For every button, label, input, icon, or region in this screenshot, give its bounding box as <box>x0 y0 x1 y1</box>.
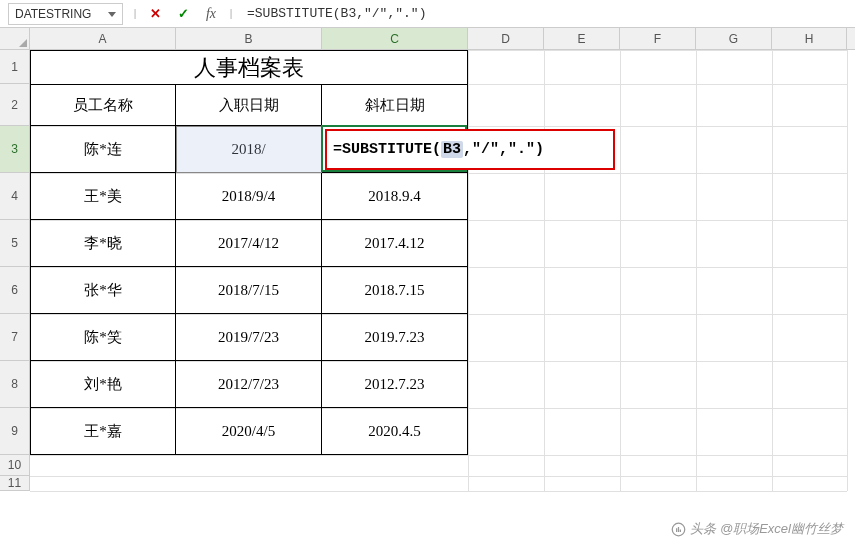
cell-name-5[interactable]: 刘*艳 <box>30 361 176 408</box>
cell-hire-5[interactable]: 2012/7/23 <box>176 361 322 408</box>
cell-name-6[interactable]: 王*嘉 <box>30 408 176 455</box>
col-header-H[interactable]: H <box>772 28 847 49</box>
cell-hire-0[interactable]: 2018/ <box>176 126 322 173</box>
row-header-2[interactable]: 2 <box>0 84 30 126</box>
fx-icon[interactable]: fx <box>199 3 223 25</box>
cell-name-3[interactable]: 张*华 <box>30 267 176 314</box>
cell-hire-4[interactable]: 2019/7/23 <box>176 314 322 361</box>
cell-name-1[interactable]: 王*美 <box>30 173 176 220</box>
cell-slash-4[interactable]: 2019.7.23 <box>322 314 468 361</box>
cell-name-0[interactable]: 陈*连 <box>30 126 176 173</box>
header-slash[interactable]: 斜杠日期 <box>322 84 468 126</box>
row-header-8[interactable]: 8 <box>0 361 30 408</box>
header-hire[interactable]: 入职日期 <box>176 84 322 126</box>
col-header-B[interactable]: B <box>176 28 322 49</box>
col-header-A[interactable]: A <box>30 28 176 49</box>
row-header-3[interactable]: 3 <box>0 126 30 173</box>
col-header-F[interactable]: F <box>620 28 696 49</box>
row-header-9[interactable]: 9 <box>0 408 30 455</box>
cancel-icon[interactable]: ✕ <box>143 3 167 25</box>
row-header-5[interactable]: 5 <box>0 220 30 267</box>
row-header-7[interactable]: 7 <box>0 314 30 361</box>
cell-slash-5[interactable]: 2012.7.23 <box>322 361 468 408</box>
formula-bar: DATESTRING | ✕ ✓ fx | =SUBSTITUTE(B3,"/"… <box>0 0 855 28</box>
select-all-corner[interactable] <box>0 28 30 50</box>
title-cell[interactable]: 人事档案表 <box>30 50 468 84</box>
row-header-11[interactable]: 11 <box>0 476 30 491</box>
cell-hire-2[interactable]: 2017/4/12 <box>176 220 322 267</box>
column-headers: ABCDEFGH <box>30 28 855 50</box>
header-name[interactable]: 员工名称 <box>30 84 176 126</box>
row-header-4[interactable]: 4 <box>0 173 30 220</box>
col-header-C[interactable]: C <box>322 28 468 49</box>
cell-slash-1[interactable]: 2018.9.4 <box>322 173 468 220</box>
cell-hire-6[interactable]: 2020/4/5 <box>176 408 322 455</box>
cell-name-4[interactable]: 陈*笑 <box>30 314 176 361</box>
cell-hire-3[interactable]: 2018/7/15 <box>176 267 322 314</box>
row-header-10[interactable]: 10 <box>0 455 30 476</box>
formula-input[interactable]: =SUBSTITUTE(B3,"/",".") <box>237 3 855 25</box>
cell-slash-3[interactable]: 2018.7.15 <box>322 267 468 314</box>
row-header-6[interactable]: 6 <box>0 267 30 314</box>
edit-suffix: ,"/",".") <box>463 141 544 158</box>
spreadsheet-grid: ABCDEFGH 1234567891011 人事档案表员工名称入职日期斜杠日期… <box>0 28 855 50</box>
cells-area[interactable]: 人事档案表员工名称入职日期斜杠日期陈*连2018/王*美2018/9/42018… <box>30 50 847 491</box>
cell-edit-overlay[interactable]: =SUBSTITUTE(B3,"/",".") <box>325 129 615 170</box>
cell-name-2[interactable]: 李*晓 <box>30 220 176 267</box>
fb-sep: | <box>225 8 237 19</box>
watermark-icon <box>671 522 686 537</box>
row-header-1[interactable]: 1 <box>0 50 30 84</box>
edit-prefix: =SUBSTITUTE( <box>333 141 441 158</box>
cell-slash-6[interactable]: 2020.4.5 <box>322 408 468 455</box>
edit-ref: B3 <box>441 141 463 158</box>
col-header-D[interactable]: D <box>468 28 544 49</box>
cell-hire-1[interactable]: 2018/9/4 <box>176 173 322 220</box>
name-box-dropdown-sep: | <box>129 8 141 19</box>
cell-slash-2[interactable]: 2017.4.12 <box>322 220 468 267</box>
watermark: 头条 @职场Excel幽竹丝梦 <box>671 520 843 538</box>
name-box[interactable]: DATESTRING <box>8 3 123 25</box>
col-header-G[interactable]: G <box>696 28 772 49</box>
confirm-icon[interactable]: ✓ <box>171 3 195 25</box>
row-headers: 1234567891011 <box>0 50 30 491</box>
col-header-E[interactable]: E <box>544 28 620 49</box>
